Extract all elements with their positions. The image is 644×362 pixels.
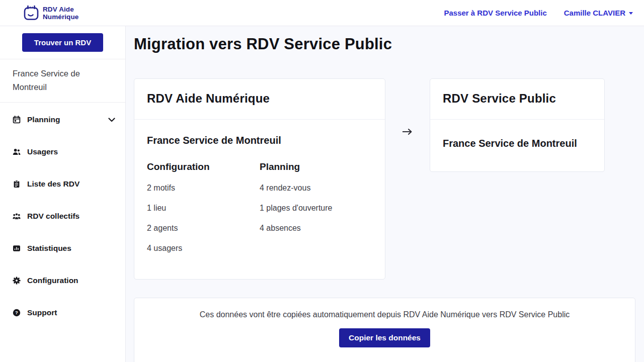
chevron-down-icon (108, 118, 115, 122)
copy-data-card: Ces données vont être copiées automatiqu… (134, 298, 635, 362)
user-name: Camille CLAVIER (564, 9, 625, 17)
sidebar-item-liste-des-rdv[interactable]: Liste des RDV (0, 168, 125, 200)
sidebar-item-label: Configuration (27, 276, 78, 285)
sidebar-item-planning[interactable]: Planning (0, 104, 125, 136)
sidebar-item-label: Planning (27, 115, 60, 124)
copy-info-text: Ces données vont être copiées automatiqu… (146, 310, 623, 319)
sidebar-item-statistiques[interactable]: Statistiques (0, 232, 125, 264)
stat-item: 1 lieu (147, 198, 260, 218)
source-card-title: RDV Aide Numérique (147, 92, 372, 106)
target-organisation-name: France Service de Montreuil (443, 138, 592, 149)
page-title: Migration vers RDV Service Public (134, 35, 635, 53)
find-rdv-section: Trouver un RDV (0, 26, 125, 59)
source-card: RDV Aide Numérique France Service de Mon… (134, 78, 385, 280)
planning-column: Planning 4 rendez-vous 1 plages d'ouvert… (260, 161, 372, 258)
sidebar-nav: Planning Usagers (0, 103, 125, 329)
clipboard-icon (13, 180, 21, 188)
stat-item: 2 agents (147, 218, 260, 238)
sidebar-item-usagers[interactable]: Usagers (0, 136, 125, 168)
sidebar: Trouver un RDV France Service de Montreu… (0, 26, 126, 362)
calendar-icon (13, 116, 21, 124)
find-rdv-button[interactable]: Trouver un RDV (22, 33, 103, 52)
sidebar-item-label: RDV collectifs (27, 212, 79, 221)
migration-cards-row: RDV Aide Numérique France Service de Mon… (134, 78, 635, 280)
target-card-body: France Service de Montreuil (430, 120, 604, 171)
brand-line-1: RDV Aide (43, 6, 74, 13)
gear-icon (13, 277, 21, 285)
sidebar-item-configuration[interactable]: Configuration (0, 264, 125, 297)
configuration-column-title: Configuration (147, 161, 260, 172)
stat-item: 4 usagers (147, 238, 260, 258)
main-content: Migration vers RDV Service Public RDV Ai… (126, 26, 644, 362)
group-icon (13, 212, 21, 220)
planning-stats-list: 4 rendez-vous 1 plages d'ouverture 4 abs… (260, 178, 372, 238)
target-card-header: RDV Service Public (430, 79, 604, 120)
planning-column-title: Planning (260, 161, 372, 172)
brand-line-2: Numérique (43, 13, 78, 21)
stat-item: 1 plages d'ouverture (260, 198, 372, 218)
source-card-header: RDV Aide Numérique (134, 79, 385, 120)
brand-logo[interactable]: RDV Aide Numérique (23, 5, 78, 21)
smiling-calendar-icon (23, 5, 39, 21)
app-header: RDV Aide Numérique Passer à RDV Service … (0, 0, 644, 26)
target-card: RDV Service Public France Service de Mon… (430, 78, 605, 172)
sidebar-item-label: Statistiques (27, 244, 71, 253)
sidebar-item-label: Support (27, 308, 57, 317)
sidebar-item-rdv-collectifs[interactable]: RDV collectifs (0, 200, 125, 232)
sidebar-organisation-name[interactable]: France Service de Montreuil (0, 59, 125, 103)
user-menu[interactable]: Camille CLAVIER (564, 9, 633, 17)
switch-to-rdv-service-public-link[interactable]: Passer à RDV Service Public (444, 9, 546, 17)
bar-chart-icon (13, 244, 21, 252)
stat-item: 4 absences (260, 218, 372, 238)
source-organisation-name: France Service de Montreuil (147, 135, 372, 146)
users-icon (13, 148, 21, 156)
target-card-title: RDV Service Public (443, 92, 592, 106)
source-card-body: France Service de Montreuil Configuratio… (134, 120, 385, 270)
copy-data-button[interactable]: Copier les données (339, 328, 430, 347)
chevron-down-icon (629, 12, 633, 15)
configuration-stats-list: 2 motifs 1 lieu 2 agents 4 usagers (147, 178, 260, 258)
sidebar-item-support[interactable]: ? Support (0, 297, 125, 329)
stat-item: 2 motifs (147, 178, 260, 198)
sidebar-item-label: Liste des RDV (27, 179, 79, 189)
svg-text:?: ? (15, 310, 18, 315)
right-arrow-icon (402, 128, 413, 136)
migration-arrow-zone (385, 128, 430, 136)
sidebar-item-label: Usagers (27, 147, 58, 156)
help-icon: ? (13, 309, 21, 317)
stat-item: 4 rendez-vous (260, 178, 372, 198)
configuration-column: Configuration 2 motifs 1 lieu 2 agents 4… (147, 161, 260, 258)
